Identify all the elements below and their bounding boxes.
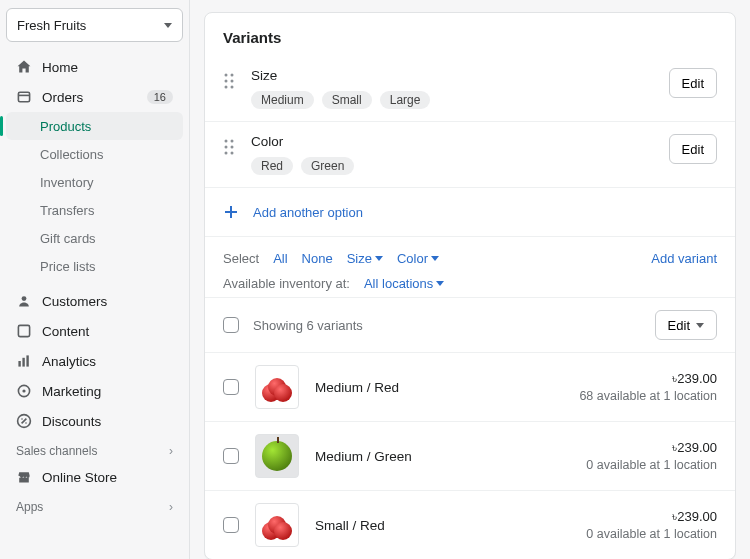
card-title: Variants [205,13,735,56]
main-content: Variants Size Medium Small Large Edit Co… [190,0,750,559]
svg-rect-3 [18,361,20,367]
option-name: Color [251,134,655,149]
option-row-size: Size Medium Small Large Edit [205,56,735,122]
variant-title: Small / Red [315,518,570,533]
svg-rect-4 [22,358,24,367]
home-icon [16,59,32,75]
svg-point-14 [231,80,234,83]
nav-label: Inventory [40,175,93,190]
add-option-button[interactable]: Add another option [205,188,735,237]
variant-thumbnail[interactable] [255,503,299,547]
variant-row[interactable]: Medium / Red ৳239.00 68 available at 1 l… [205,353,735,422]
plus-icon [223,204,239,220]
select-none[interactable]: None [302,251,333,266]
sidebar-item-home[interactable]: Home [6,52,183,82]
sidebar-item-marketing[interactable]: Marketing [6,376,183,406]
apps-header[interactable]: Apps › [6,492,183,518]
svg-point-7 [22,389,25,392]
sidebar-item-customers[interactable]: Customers [6,286,183,316]
variant-stock: 0 available at 1 location [586,527,717,541]
variant-row[interactable]: Small / Red ৳239.00 0 available at 1 loc… [205,491,735,559]
discounts-icon [16,413,32,429]
person-icon [16,293,32,309]
svg-point-12 [231,74,234,77]
edit-option-button[interactable]: Edit [669,134,717,164]
svg-point-9 [21,418,23,420]
nav-label: Marketing [42,384,173,399]
sidebar: Fresh Fruits Home Orders 16 Products Col… [0,0,190,559]
select-all[interactable]: All [273,251,287,266]
variant-filters: Select All None Size Color Add variant A… [205,237,735,298]
variants-card: Variants Size Medium Small Large Edit Co… [204,12,736,559]
filter-color[interactable]: Color [397,251,439,266]
variant-checkbox[interactable] [223,448,239,464]
sidebar-item-orders[interactable]: Orders 16 [6,82,183,112]
variant-checkbox[interactable] [223,379,239,395]
option-name: Size [251,68,655,83]
sidebar-item-inventory[interactable]: Inventory [6,168,183,196]
option-value-chip: Small [322,91,372,109]
variant-title: Medium / Red [315,380,563,395]
sidebar-item-transfers[interactable]: Transfers [6,196,183,224]
edit-option-button[interactable]: Edit [669,68,717,98]
store-name: Fresh Fruits [17,18,86,33]
drag-handle-icon[interactable] [223,68,237,90]
chevron-down-icon [436,281,444,286]
svg-point-20 [231,146,234,149]
chevron-down-icon [164,23,172,28]
sidebar-item-content[interactable]: Content [6,316,183,346]
orders-icon [16,89,32,105]
sidebar-item-collections[interactable]: Collections [6,140,183,168]
chevron-right-icon: › [169,444,173,458]
variant-stock: 0 available at 1 location [586,458,717,472]
sidebar-item-products[interactable]: Products [6,112,183,140]
store-selector[interactable]: Fresh Fruits [6,8,183,42]
apple-green-icon [262,441,292,471]
locations-select[interactable]: All locations [364,276,444,291]
variant-title: Medium / Green [315,449,570,464]
sidebar-item-pricelists[interactable]: Price lists [6,252,183,280]
sidebar-item-discounts[interactable]: Discounts [6,406,183,436]
variant-thumbnail[interactable] [255,434,299,478]
marketing-icon [16,383,32,399]
select-all-checkbox[interactable] [223,317,239,333]
nav-label: Analytics [42,354,173,369]
bulk-edit-button[interactable]: Edit [655,310,717,340]
svg-point-17 [225,140,228,143]
filter-size[interactable]: Size [347,251,383,266]
svg-rect-2 [18,325,29,336]
nav-label: Content [42,324,173,339]
add-option-label: Add another option [253,205,363,220]
sidebar-item-online-store[interactable]: Online Store [6,462,183,492]
nav-label: Collections [40,147,104,162]
section-label: Sales channels [16,444,97,458]
sales-channels-header[interactable]: Sales channels › [6,436,183,462]
section-label: Apps [16,500,43,514]
option-row-color: Color Red Green Edit [205,122,735,188]
nav-label: Price lists [40,259,96,274]
nav-label: Products [40,119,91,134]
variant-thumbnail[interactable] [255,365,299,409]
svg-point-19 [225,146,228,149]
showing-label: Showing 6 variants [253,318,641,333]
sidebar-item-analytics[interactable]: Analytics [6,346,183,376]
chevron-down-icon [696,323,704,328]
variant-row[interactable]: Medium / Green ৳239.00 0 available at 1 … [205,422,735,491]
nav-label: Orders [42,90,137,105]
nav-label: Home [42,60,173,75]
variant-list-header: Showing 6 variants Edit [205,298,735,353]
apple-red-icon [260,372,294,402]
nav-label: Gift cards [40,231,96,246]
drag-handle-icon[interactable] [223,134,237,156]
apple-red-icon [260,510,294,540]
chevron-down-icon [431,256,439,261]
svg-point-1 [22,296,27,301]
orders-badge: 16 [147,90,173,104]
variant-price: ৳239.00 [579,371,717,387]
variant-stock: 68 available at 1 location [579,389,717,403]
variant-price: ৳239.00 [586,509,717,525]
sidebar-item-giftcards[interactable]: Gift cards [6,224,183,252]
variant-checkbox[interactable] [223,517,239,533]
nav-label: Online Store [42,470,173,485]
add-variant-link[interactable]: Add variant [651,251,717,266]
